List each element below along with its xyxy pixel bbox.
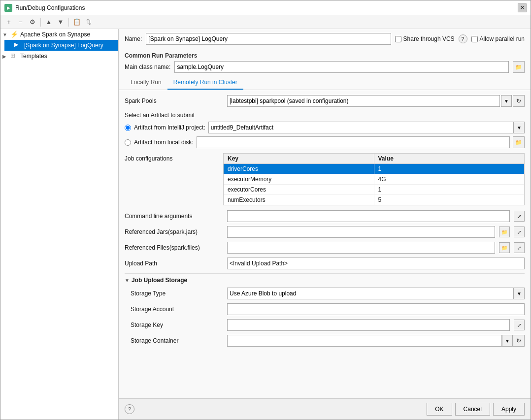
allow-parallel-label: Allow parallel run: [480, 35, 525, 42]
move-up-button[interactable]: ▲: [43, 17, 54, 28]
tab-remotely-run[interactable]: Remotely Run in Cluster: [167, 76, 243, 90]
spark-pools-select[interactable]: [labtestpbi] sparkpool (saved in configu…: [227, 95, 500, 107]
sidebar-group-spark-children: ▶ [Spark on Synapse] LogQuery: [0, 40, 118, 51]
name-row: Name: Share through VCS ? Allow parallel…: [119, 29, 531, 49]
allow-parallel-checkbox[interactable]: [471, 36, 478, 42]
ref-jars-row: Referenced Jars(spark.jars) 📁 ⤢: [125, 226, 525, 238]
artifact-intellij-select[interactable]: untitled9_DefaultArtifact: [208, 122, 514, 133]
storage-account-row: Storage Account: [125, 303, 525, 315]
main-class-folder-button[interactable]: 📁: [513, 61, 525, 73]
cmd-args-row: Command line arguments ⤢: [125, 210, 525, 222]
spark-pools-label: Spark Pools: [125, 97, 223, 104]
table-cell-key-1: executorMemory: [224, 174, 374, 184]
bottom-help-button[interactable]: ?: [125, 404, 134, 414]
storage-title: Job Upload Storage: [132, 277, 187, 284]
storage-type-select[interactable]: Use Azure Blob to upload: [227, 288, 514, 299]
storage-key-row: Storage Key ⤢: [125, 319, 525, 331]
copy-button[interactable]: 📋: [71, 17, 82, 28]
title-bar: ▶ Run/Debug Configurations ✕: [0, 0, 531, 15]
spark-pools-dropdown-arrow[interactable]: ▼: [501, 95, 512, 107]
share-vcs-checkbox[interactable]: [395, 36, 401, 42]
chevron-right-icon: ▶: [2, 54, 10, 59]
spark-pools-row: Spark Pools [labtestpbi] sparkpool (save…: [125, 95, 525, 107]
storage-type-select-wrap: Use Azure Blob to upload ▼: [227, 288, 525, 299]
bottom-right: OK Cancel Apply: [427, 403, 525, 416]
main-content: ▼ ⚡ Apache Spark on Synapse ▶ [Spark on …: [0, 29, 531, 420]
storage-section: ▼ Job Upload Storage Storage Type Use Az…: [125, 273, 525, 347]
ref-files-input[interactable]: [227, 242, 495, 254]
table-cell-val-0: 1: [374, 164, 525, 174]
toolbar: + − ⚙ ▲ ▼ 📋 ⇅: [0, 15, 531, 29]
templates-icon: ⊞: [10, 52, 18, 60]
cancel-button[interactable]: Cancel: [455, 403, 490, 416]
storage-container-row: Storage Container ▼ ↻: [125, 335, 525, 347]
main-class-input[interactable]: [174, 61, 509, 73]
upload-path-value: <Invalid Upload Path>: [227, 258, 525, 269]
add-button[interactable]: +: [3, 17, 14, 28]
cmd-args-label: Command line arguments: [125, 213, 223, 220]
artifact-intellij-radio[interactable]: [125, 125, 131, 131]
storage-container-refresh-button[interactable]: ↻: [513, 335, 525, 347]
storage-container-dropdown-arrow[interactable]: ▼: [502, 335, 513, 347]
cmd-args-input[interactable]: [227, 210, 510, 222]
close-button[interactable]: ✕: [518, 3, 527, 12]
cmd-args-expand-button[interactable]: ⤢: [514, 211, 525, 222]
job-config-table: Key Value driverCores 1 executorMemory 4…: [223, 153, 525, 205]
storage-key-input[interactable]: [227, 319, 510, 331]
sidebar: ▼ ⚡ Apache Spark on Synapse ▶ [Spark on …: [0, 29, 119, 420]
table-cell-key-2: executorCores: [224, 185, 374, 194]
ref-files-row: Referenced Files(spark.files) 📁 ⤢: [125, 242, 525, 254]
table-row[interactable]: executorCores 1: [224, 185, 524, 195]
name-label: Name:: [125, 35, 142, 42]
storage-container-select[interactable]: [227, 335, 502, 347]
tabs-bar: Locally Run Remotely Run in Cluster: [119, 76, 531, 90]
table-cell-val-2: 1: [374, 185, 525, 194]
spark-pools-refresh-button[interactable]: ↻: [513, 95, 525, 107]
ref-files-expand-button[interactable]: ⤢: [514, 242, 525, 253]
tab-locally-run[interactable]: Locally Run: [125, 76, 167, 90]
job-table-header: Key Value: [224, 154, 524, 164]
ref-jars-input[interactable]: [227, 226, 495, 238]
name-input[interactable]: [146, 33, 391, 45]
upload-path-label: Upload Path: [125, 260, 223, 267]
artifact-local-radio[interactable]: [125, 139, 131, 146]
separator-2: [68, 18, 69, 27]
ref-jars-expand-button[interactable]: ⤢: [514, 226, 525, 237]
ref-files-label: Referenced Files(spark.files): [125, 244, 223, 251]
ref-files-folder-button[interactable]: 📁: [499, 242, 510, 253]
table-row[interactable]: driverCores 1: [224, 164, 524, 174]
ok-button[interactable]: OK: [427, 403, 452, 416]
job-config-label: Job configurations: [125, 153, 223, 205]
ref-jars-folder-button[interactable]: 📁: [499, 226, 510, 237]
spark-pools-select-wrap: [labtestpbi] sparkpool (saved in configu…: [227, 95, 525, 107]
storage-container-select-wrap: ▼ ↻: [227, 335, 525, 347]
common-params-label: Common Run Parameters: [125, 52, 525, 59]
storage-title-row: ▼ Job Upload Storage: [125, 277, 525, 284]
sidebar-group-templates[interactable]: ▶ ⊞ Templates: [0, 51, 118, 62]
artifact-local-input[interactable]: [197, 136, 510, 148]
apply-button[interactable]: Apply: [493, 403, 525, 416]
sidebar-item-logquery[interactable]: ▶ [Spark on Synapse] LogQuery: [4, 40, 118, 51]
spark-icon: ⚡: [10, 31, 18, 38]
help-button[interactable]: ?: [459, 34, 467, 43]
storage-type-row: Storage Type Use Azure Blob to upload ▼: [125, 288, 525, 299]
move-down-button[interactable]: ▼: [55, 17, 66, 28]
table-row[interactable]: executorMemory 4G: [224, 174, 524, 185]
share-vcs-check[interactable]: Share through VCS: [395, 35, 455, 42]
table-cell-key-0: driverCores: [224, 164, 374, 174]
sort-button[interactable]: ⇅: [83, 17, 94, 28]
sidebar-group-spark-label: Apache Spark on Synapse: [20, 31, 90, 38]
artifact-local-folder-button[interactable]: 📁: [513, 136, 525, 148]
allow-parallel-check[interactable]: Allow parallel run: [471, 35, 525, 42]
storage-account-input[interactable]: [227, 303, 525, 315]
config-area: Name: Share through VCS ? Allow parallel…: [119, 29, 531, 420]
artifact-intellij-dropdown-arrow[interactable]: ▼: [514, 122, 525, 133]
settings-button[interactable]: ⚙: [27, 17, 38, 28]
storage-key-expand-button[interactable]: ⤢: [514, 320, 525, 330]
storage-key-label: Storage Key: [131, 322, 223, 328]
table-row[interactable]: numExecutors 5: [224, 195, 524, 205]
sidebar-group-spark[interactable]: ▼ ⚡ Apache Spark on Synapse: [0, 29, 118, 40]
storage-type-dropdown-arrow[interactable]: ▼: [514, 288, 525, 299]
remove-button[interactable]: −: [15, 17, 26, 28]
storage-chevron-down-icon: ▼: [125, 278, 130, 283]
